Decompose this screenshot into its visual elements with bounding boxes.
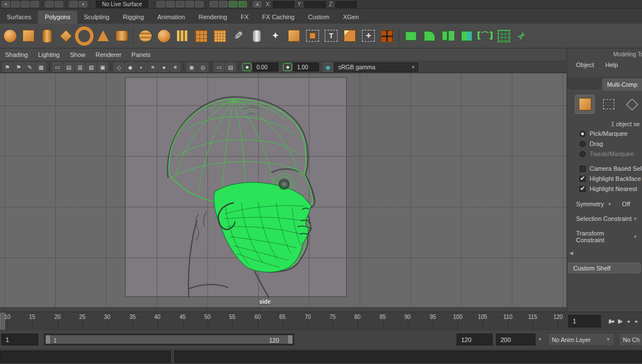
time-slider[interactable]: 10 15 20 25 30 35 40 45 50 55 60 65 70 7…: [0, 312, 642, 330]
screen-space-ao-icon[interactable]: [170, 63, 180, 72]
menu-panels[interactable]: Panels: [126, 51, 156, 58]
bridge-faces-icon[interactable]: [439, 26, 457, 46]
timeline-tick[interactable]: 15: [29, 314, 35, 320]
gamma-icon[interactable]: [283, 63, 292, 71]
timeline-tick[interactable]: 60: [254, 314, 260, 320]
multisample-icon[interactable]: [214, 63, 224, 72]
timeline-tick[interactable]: 30: [104, 314, 110, 320]
checkbox-camera-based[interactable]: Camera Based Sele: [567, 163, 642, 174]
playback-end-field[interactable]: 120: [457, 334, 493, 345]
subdivide-icon[interactable]: [192, 26, 210, 46]
extrude-face-icon[interactable]: [401, 26, 420, 46]
film-gate-icon[interactable]: [52, 63, 63, 72]
object-mode-icon[interactable]: [575, 95, 595, 114]
checkbox-highlight-nearest[interactable]: Highlight Nearest: [567, 184, 642, 194]
grid-toggle-icon[interactable]: [36, 63, 46, 72]
wireframe-mode-icon[interactable]: [114, 63, 124, 72]
safe-action-icon[interactable]: [98, 63, 108, 72]
curve-warp-icon[interactable]: [476, 26, 494, 46]
uv-grid-icon[interactable]: [378, 26, 396, 46]
menu-object[interactable]: Object: [576, 61, 594, 68]
bookmark-flag-icon[interactable]: [2, 63, 12, 72]
radio-icon[interactable]: [579, 151, 586, 157]
shaded-mode-icon[interactable]: [125, 63, 135, 72]
snap-point-icon[interactable]: [176, 1, 184, 7]
radio-tweak-marquee[interactable]: Tweak/Marquee: [567, 149, 642, 159]
poly-platonic-solid-icon[interactable]: [56, 26, 75, 46]
menu-collapse-icon[interactable]: [2, 1, 10, 7]
cut-mesh-icon[interactable]: [513, 26, 532, 46]
redo-icon[interactable]: [55, 1, 63, 7]
timeline-tick[interactable]: 75: [329, 314, 335, 320]
gate-mask-icon[interactable]: [75, 63, 85, 72]
colorspace-dropdown[interactable]: sRGB gamma ▼: [334, 63, 418, 72]
step-back-key-button[interactable]: [615, 316, 623, 327]
input-connections-icon[interactable]: [210, 1, 218, 7]
timeline-tick[interactable]: 40: [154, 314, 160, 320]
selection-mask-icon[interactable]: [79, 1, 87, 7]
shelf-tab-rigging[interactable]: Rigging: [116, 11, 150, 24]
checkbox-icon[interactable]: [579, 186, 586, 192]
gamma-field[interactable]: 1.00: [293, 63, 319, 72]
save-scene-icon[interactable]: [30, 1, 39, 7]
sweep-mesh-icon[interactable]: [247, 26, 266, 46]
chevron-down-icon[interactable]: ▼: [538, 337, 542, 342]
checkbox-icon[interactable]: [579, 176, 586, 182]
use-all-lights-icon[interactable]: [148, 63, 158, 72]
create-polygon-tool-icon[interactable]: [229, 26, 247, 46]
depth-peeling-icon[interactable]: [225, 63, 236, 72]
poly-pipe-icon[interactable]: [112, 26, 131, 46]
anim-layer-dropdown[interactable]: No Anim Layer ▼: [548, 333, 614, 346]
output-connections-icon[interactable]: [219, 1, 228, 7]
radio-icon[interactable]: [579, 131, 586, 137]
mel-command-input[interactable]: [0, 350, 171, 363]
timeline-tick[interactable]: 70: [304, 314, 311, 320]
poly-cube-icon[interactable]: [19, 26, 38, 46]
animation-start-field[interactable]: 1: [1, 334, 38, 345]
transform-constraint-section[interactable]: Transform Constraint ▼: [567, 223, 642, 245]
menu-shading[interactable]: Shading: [0, 51, 33, 58]
vertex-mode-icon[interactable]: [622, 95, 642, 114]
exposure-field[interactable]: 0.00: [253, 63, 278, 72]
bevel-icon[interactable]: [340, 26, 359, 46]
camera-attributes-icon[interactable]: [25, 63, 35, 72]
checkbox-icon[interactable]: [579, 166, 586, 172]
field-chart-icon[interactable]: [86, 63, 96, 72]
shelf-tab-custom[interactable]: Custom: [302, 11, 337, 24]
checkbox-highlight-backface[interactable]: Highlight Backface: [567, 174, 642, 184]
marquee-select-icon[interactable]: [599, 95, 618, 114]
play-backwards-button[interactable]: [623, 316, 632, 327]
play-forwards-button[interactable]: [632, 316, 640, 327]
quad-draw-icon[interactable]: [359, 26, 378, 46]
head-mesh[interactable]: [0, 73, 566, 307]
snap-view-plane-icon[interactable]: [195, 1, 203, 7]
poly-sphere-icon[interactable]: [1, 26, 19, 46]
go-to-start-button[interactable]: [606, 316, 615, 327]
tab-multi-component[interactable]: Multi-Comp: [602, 78, 642, 90]
undo-icon[interactable]: [45, 1, 54, 7]
shelf-tab-rendering[interactable]: Rendering: [192, 11, 234, 24]
menu-show[interactable]: Show: [65, 51, 91, 58]
snap-projected-icon[interactable]: [185, 1, 194, 7]
poly-torus-icon[interactable]: [75, 26, 94, 46]
poly-remesh-icon[interactable]: [285, 26, 303, 46]
transform-entry-menu-icon[interactable]: [253, 1, 262, 7]
poly-text-icon[interactable]: [322, 26, 340, 46]
shelf-tab-xgen[interactable]: XGen: [336, 11, 365, 24]
range-slider-range[interactable]: 1 120: [46, 335, 293, 344]
shadows-icon[interactable]: [159, 63, 169, 72]
open-scene-icon[interactable]: [21, 1, 29, 7]
timeline-tick[interactable]: 115: [528, 314, 537, 320]
poly-cylinder-icon[interactable]: [38, 26, 56, 46]
xray-icon[interactable]: [198, 63, 208, 72]
shelf-tab-fx[interactable]: FX: [234, 11, 255, 24]
selection-constraint-section[interactable]: Selection Constraint ▼: [567, 208, 642, 223]
timeline-tick[interactable]: 20: [54, 314, 60, 320]
menu-help[interactable]: Help: [605, 61, 618, 68]
bevel-edge-icon[interactable]: [420, 26, 439, 46]
edit-bookmark-icon[interactable]: [14, 63, 24, 72]
custom-shelf-header[interactable]: Custom Shelf: [568, 263, 641, 273]
make-live-grid-icon[interactable]: [494, 26, 513, 46]
animation-end-field[interactable]: 200: [496, 334, 535, 345]
merge-components-icon[interactable]: [457, 26, 476, 46]
